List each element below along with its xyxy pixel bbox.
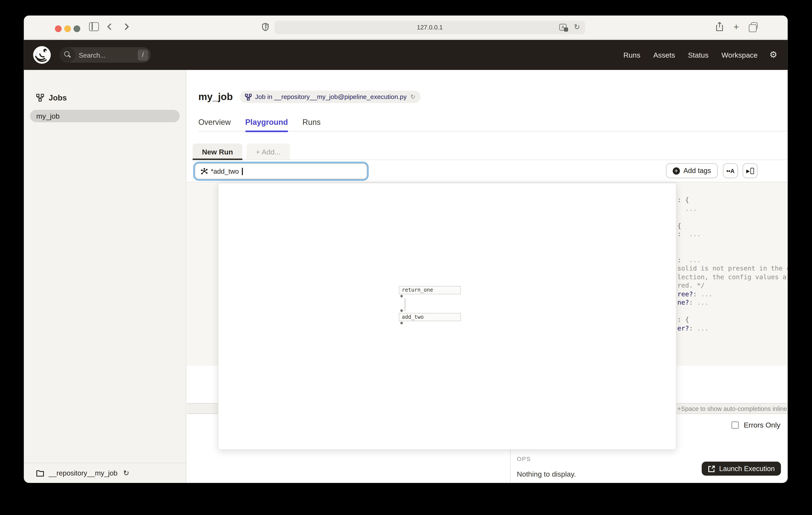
close-window-button[interactable]	[55, 25, 62, 32]
screen: 127.0.0.1 A ↻ +	[0, 0, 812, 515]
dagster-logo[interactable]	[32, 45, 52, 65]
url-text: 127.0.0.1	[274, 24, 585, 31]
nav-assets[interactable]: Assets	[654, 51, 675, 59]
config-editor-line: : {	[677, 196, 788, 205]
errors-only-checkbox[interactable]	[731, 421, 739, 429]
search-placeholder: Search...	[79, 51, 138, 59]
tab-overview[interactable]: Overview	[198, 117, 231, 131]
errors-only-toggle[interactable]: Errors Only	[731, 421, 780, 429]
graph-node-return-one[interactable]: return_one	[399, 286, 461, 294]
op-selector-input[interactable]: *add_two	[195, 163, 367, 179]
config-editor-line: ree?: ...	[677, 290, 788, 298]
app-nav: Runs Assets Status Workspace	[624, 40, 758, 70]
toggle-panel-button[interactable]: ▶	[743, 163, 758, 178]
config-editor-line: red. */	[677, 281, 788, 290]
gear-icon[interactable]: ⚙	[770, 50, 777, 60]
add-tags-label: Add tags	[684, 167, 711, 174]
shield-icon[interactable]	[262, 23, 269, 31]
play-icon: ▶	[746, 168, 750, 173]
session-tab-new-run[interactable]: New Run	[193, 143, 242, 160]
folder-icon	[36, 469, 44, 477]
repository-reload-icon[interactable]: ↻	[123, 469, 129, 477]
op-selector-row: *add_two + Add tags ••A ▶	[187, 160, 788, 182]
sidebar: Jobs my_job __repository__my_job ↻	[24, 70, 186, 483]
graph-preview-popover[interactable]: return_one add_two	[218, 183, 676, 450]
search-shortcut-badge: /	[138, 50, 148, 60]
tab-runs[interactable]: Runs	[302, 117, 320, 131]
page-tabs: Overview Playground Runs	[198, 117, 788, 132]
browser-sidebar-icon[interactable]	[89, 22, 99, 31]
nav-runs[interactable]: Runs	[624, 51, 640, 59]
launch-execution-button[interactable]: Launch Execution	[701, 462, 781, 476]
session-tab-label: New Run	[202, 147, 233, 156]
zoom-window-button[interactable]	[74, 25, 80, 32]
share-icon[interactable]	[716, 22, 723, 32]
autocomplete-hint: +Space to show auto-completions inline.	[677, 405, 788, 412]
nav-status[interactable]: Status	[688, 51, 708, 59]
config-editor-line: lection, the config values are allowed	[677, 273, 788, 281]
graph-edge	[405, 298, 405, 311]
input-dot	[400, 309, 403, 312]
nav-workspace[interactable]: Workspace	[722, 51, 758, 59]
errors-only-label: Errors Only	[744, 421, 780, 429]
title-row: my_job Job in __repository__my_job@pipel…	[198, 91, 421, 103]
sidebar-repository-row[interactable]: __repository__my_job ↻	[24, 463, 186, 483]
job-badge-label: Job in __repository__my_job@pipeline_exe…	[255, 93, 407, 101]
config-editor-line: : ...	[677, 255, 788, 264]
panel-bar-icon	[750, 168, 754, 174]
output-dot	[400, 322, 403, 324]
tab-playground[interactable]: Playground	[245, 117, 288, 131]
back-icon[interactable]	[107, 24, 114, 30]
sidebar-item-my-job[interactable]: my_job	[30, 110, 180, 122]
main-content: my_job Job in __repository__my_job@pipel…	[187, 70, 788, 483]
autocomplete-mode-button[interactable]: ••A	[723, 163, 738, 178]
ops-empty-text: Nothing to display.	[517, 470, 576, 478]
browser-window: 127.0.0.1 A ↻ +	[24, 16, 788, 483]
config-editor-line: solid is not present in the current	[677, 264, 788, 273]
minimize-window-button[interactable]	[64, 25, 71, 32]
search-input[interactable]: Search... /	[59, 47, 150, 63]
session-tab-bar: New Run + Add...	[193, 143, 787, 160]
translate-icon[interactable]: A	[559, 24, 567, 31]
config-editor-line: : {	[677, 316, 788, 324]
plus-circle-icon: +	[672, 167, 680, 174]
address-bar[interactable]: 127.0.0.1 A ↻	[274, 21, 585, 34]
sidebar-jobs-header: Jobs	[36, 93, 67, 102]
config-editor-line: er?: ...	[677, 324, 788, 333]
ops-section-heading: OPS	[517, 456, 531, 462]
op-graph-icon	[201, 168, 208, 175]
browser-toolbar: 127.0.0.1 A ↻ +	[24, 16, 788, 39]
job-badge[interactable]: Job in __repository__my_job@pipeline_exe…	[239, 91, 421, 103]
text-cursor	[242, 168, 243, 175]
job-badge-reload-icon[interactable]: ↻	[410, 93, 415, 101]
launch-execution-label: Launch Execution	[719, 465, 775, 472]
output-dot	[400, 295, 403, 297]
repository-name: __repository__my_job	[49, 469, 117, 477]
add-tags-button[interactable]: + Add tags	[666, 163, 718, 178]
new-tab-icon[interactable]: +	[733, 23, 739, 31]
sidebar-title: Jobs	[49, 93, 67, 102]
jobs-icon	[36, 94, 44, 102]
page-reload-icon[interactable]: ↻	[574, 23, 580, 31]
tab-overview-icon[interactable]	[751, 22, 758, 29]
config-editor-line: : ...	[677, 230, 788, 239]
session-add-tab-button[interactable]: + Add...	[246, 143, 290, 160]
app-header: Search... / Runs Assets Status Workspace…	[24, 40, 788, 70]
launch-icon	[708, 465, 715, 472]
graph-node-add-two[interactable]: add_two	[399, 313, 461, 321]
forward-icon[interactable]	[122, 24, 129, 30]
search-icon	[59, 47, 75, 63]
config-editor-lines: : { ...{: ...: ...solid is not present i…	[677, 196, 788, 333]
op-selector-value: *add_two	[211, 167, 239, 175]
config-editor-line: ne?: ...	[677, 298, 788, 307]
config-editor-line: {	[677, 221, 788, 230]
page-title: my_job	[198, 91, 233, 102]
config-editor-line: ...	[677, 205, 788, 213]
session-add-label: + Add...	[256, 147, 281, 156]
job-icon	[245, 93, 252, 100]
